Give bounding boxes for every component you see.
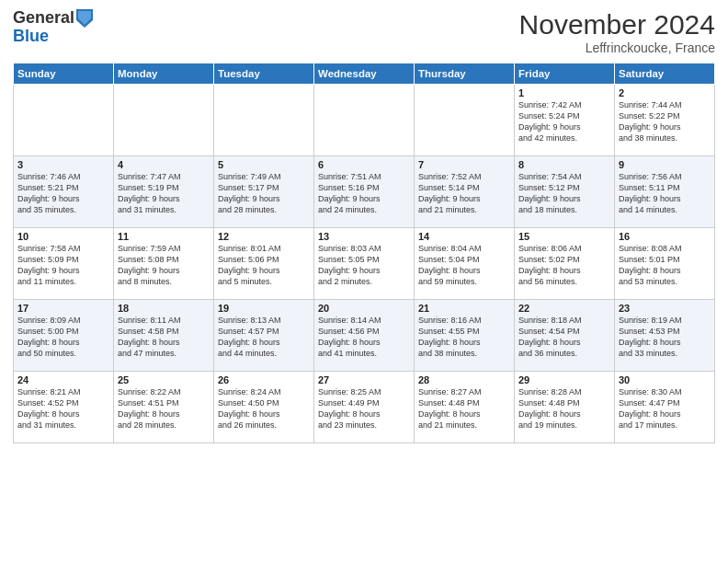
- logo-text: General Blue: [13, 9, 93, 46]
- day-cell: 18Sunrise: 8:11 AM Sunset: 4:58 PM Dayli…: [114, 300, 214, 372]
- day-number: 4: [118, 159, 210, 170]
- day-info: Sunrise: 8:13 AM Sunset: 4:57 PM Dayligh…: [218, 315, 310, 360]
- day-info: Sunrise: 8:28 AM Sunset: 4:48 PM Dayligh…: [518, 386, 610, 431]
- logo-blue: Blue: [13, 28, 93, 46]
- day-cell: 19Sunrise: 8:13 AM Sunset: 4:57 PM Dayli…: [214, 300, 314, 372]
- day-number: 23: [619, 303, 711, 314]
- day-number: 20: [318, 303, 410, 314]
- day-cell: 29Sunrise: 8:28 AM Sunset: 4:48 PM Dayli…: [515, 372, 615, 443]
- day-cell: 9Sunrise: 7:56 AM Sunset: 5:11 PM Daylig…: [615, 156, 715, 228]
- day-number: 28: [418, 374, 510, 385]
- day-number: 8: [518, 159, 610, 170]
- day-cell: 26Sunrise: 8:24 AM Sunset: 4:50 PM Dayli…: [214, 372, 314, 443]
- day-cell: [314, 85, 415, 156]
- day-cell: 14Sunrise: 8:04 AM Sunset: 5:04 PM Dayli…: [415, 228, 515, 300]
- day-cell: [415, 85, 515, 156]
- day-number: 10: [17, 231, 109, 242]
- day-cell: 28Sunrise: 8:27 AM Sunset: 4:48 PM Dayli…: [415, 372, 515, 443]
- day-cell: 27Sunrise: 8:25 AM Sunset: 4:49 PM Dayli…: [314, 372, 415, 443]
- day-cell: 1Sunrise: 7:42 AM Sunset: 5:24 PM Daylig…: [515, 85, 615, 156]
- day-number: 5: [218, 159, 310, 170]
- day-number: 12: [218, 231, 310, 242]
- day-number: 27: [318, 374, 410, 385]
- day-info: Sunrise: 7:46 AM Sunset: 5:21 PM Dayligh…: [17, 171, 109, 216]
- day-info: Sunrise: 7:42 AM Sunset: 5:24 PM Dayligh…: [518, 99, 610, 144]
- col-monday: Monday: [114, 63, 214, 85]
- logo-area: General Blue: [13, 9, 93, 46]
- day-number: 15: [518, 231, 610, 242]
- day-number: 1: [518, 87, 610, 98]
- day-info: Sunrise: 8:18 AM Sunset: 4:54 PM Dayligh…: [518, 315, 610, 360]
- day-cell: 8Sunrise: 7:54 AM Sunset: 5:12 PM Daylig…: [515, 156, 615, 228]
- day-cell: 7Sunrise: 7:52 AM Sunset: 5:14 PM Daylig…: [415, 156, 515, 228]
- day-info: Sunrise: 8:16 AM Sunset: 4:55 PM Dayligh…: [418, 315, 510, 360]
- col-tuesday: Tuesday: [214, 63, 314, 85]
- day-info: Sunrise: 8:08 AM Sunset: 5:01 PM Dayligh…: [619, 243, 711, 288]
- day-info: Sunrise: 8:03 AM Sunset: 5:05 PM Dayligh…: [318, 243, 410, 288]
- day-info: Sunrise: 8:06 AM Sunset: 5:02 PM Dayligh…: [518, 243, 610, 288]
- day-cell: [14, 85, 114, 156]
- day-number: 25: [118, 374, 210, 385]
- day-number: 6: [318, 159, 410, 170]
- day-info: Sunrise: 7:44 AM Sunset: 5:22 PM Dayligh…: [619, 99, 711, 144]
- day-info: Sunrise: 7:54 AM Sunset: 5:12 PM Dayligh…: [518, 171, 610, 216]
- day-cell: 16Sunrise: 8:08 AM Sunset: 5:01 PM Dayli…: [615, 228, 715, 300]
- day-cell: 4Sunrise: 7:47 AM Sunset: 5:19 PM Daylig…: [114, 156, 214, 228]
- week-row-0: 1Sunrise: 7:42 AM Sunset: 5:24 PM Daylig…: [14, 85, 715, 156]
- day-info: Sunrise: 7:56 AM Sunset: 5:11 PM Dayligh…: [619, 171, 711, 216]
- col-sunday: Sunday: [14, 63, 114, 85]
- day-info: Sunrise: 7:52 AM Sunset: 5:14 PM Dayligh…: [418, 171, 510, 216]
- day-cell: 11Sunrise: 7:59 AM Sunset: 5:08 PM Dayli…: [114, 228, 214, 300]
- day-cell: [214, 85, 314, 156]
- col-friday: Friday: [515, 63, 615, 85]
- day-info: Sunrise: 8:09 AM Sunset: 5:00 PM Dayligh…: [17, 315, 109, 360]
- day-info: Sunrise: 8:24 AM Sunset: 4:50 PM Dayligh…: [218, 386, 310, 431]
- day-number: 22: [518, 303, 610, 314]
- day-number: 9: [619, 159, 711, 170]
- day-cell: 24Sunrise: 8:21 AM Sunset: 4:52 PM Dayli…: [14, 372, 114, 443]
- day-cell: 21Sunrise: 8:16 AM Sunset: 4:55 PM Dayli…: [415, 300, 515, 372]
- day-number: 3: [17, 159, 109, 170]
- day-info: Sunrise: 7:49 AM Sunset: 5:17 PM Dayligh…: [218, 171, 310, 216]
- day-number: 17: [17, 303, 109, 314]
- day-info: Sunrise: 8:01 AM Sunset: 5:06 PM Dayligh…: [218, 243, 310, 288]
- day-cell: 22Sunrise: 8:18 AM Sunset: 4:54 PM Dayli…: [515, 300, 615, 372]
- day-cell: 15Sunrise: 8:06 AM Sunset: 5:02 PM Dayli…: [515, 228, 615, 300]
- day-info: Sunrise: 8:14 AM Sunset: 4:56 PM Dayligh…: [318, 315, 410, 360]
- col-thursday: Thursday: [415, 63, 515, 85]
- logo-icon: [76, 7, 93, 28]
- day-info: Sunrise: 8:30 AM Sunset: 4:47 PM Dayligh…: [619, 386, 711, 431]
- logo-general: General: [13, 9, 74, 28]
- day-info: Sunrise: 8:22 AM Sunset: 4:51 PM Dayligh…: [118, 386, 210, 431]
- col-saturday: Saturday: [615, 63, 715, 85]
- header-row: Sunday Monday Tuesday Wednesday Thursday…: [14, 63, 715, 85]
- page: General Blue November 2024 Leffrinckouck…: [0, 0, 728, 563]
- day-number: 24: [17, 374, 109, 385]
- day-info: Sunrise: 7:59 AM Sunset: 5:08 PM Dayligh…: [118, 243, 210, 288]
- day-number: 30: [619, 374, 711, 385]
- day-number: 29: [518, 374, 610, 385]
- location: Leffrinckoucke, France: [519, 40, 715, 55]
- day-cell: 10Sunrise: 7:58 AM Sunset: 5:09 PM Dayli…: [14, 228, 114, 300]
- day-cell: 23Sunrise: 8:19 AM Sunset: 4:53 PM Dayli…: [615, 300, 715, 372]
- day-info: Sunrise: 8:25 AM Sunset: 4:49 PM Dayligh…: [318, 386, 410, 431]
- day-number: 19: [218, 303, 310, 314]
- day-cell: 5Sunrise: 7:49 AM Sunset: 5:17 PM Daylig…: [214, 156, 314, 228]
- day-info: Sunrise: 8:21 AM Sunset: 4:52 PM Dayligh…: [17, 386, 109, 431]
- day-cell: 25Sunrise: 8:22 AM Sunset: 4:51 PM Dayli…: [114, 372, 214, 443]
- day-number: 11: [118, 231, 210, 242]
- day-number: 21: [418, 303, 510, 314]
- day-info: Sunrise: 7:51 AM Sunset: 5:16 PM Dayligh…: [318, 171, 410, 216]
- calendar: Sunday Monday Tuesday Wednesday Thursday…: [13, 63, 715, 443]
- day-cell: 30Sunrise: 8:30 AM Sunset: 4:47 PM Dayli…: [615, 372, 715, 443]
- month-title: November 2024: [519, 9, 715, 40]
- week-row-4: 24Sunrise: 8:21 AM Sunset: 4:52 PM Dayli…: [14, 372, 715, 443]
- day-cell: 3Sunrise: 7:46 AM Sunset: 5:21 PM Daylig…: [14, 156, 114, 228]
- day-info: Sunrise: 8:04 AM Sunset: 5:04 PM Dayligh…: [418, 243, 510, 288]
- day-info: Sunrise: 7:58 AM Sunset: 5:09 PM Dayligh…: [17, 243, 109, 288]
- day-cell: 2Sunrise: 7:44 AM Sunset: 5:22 PM Daylig…: [615, 85, 715, 156]
- week-row-3: 17Sunrise: 8:09 AM Sunset: 5:00 PM Dayli…: [14, 300, 715, 372]
- day-number: 2: [619, 87, 711, 98]
- day-cell: 20Sunrise: 8:14 AM Sunset: 4:56 PM Dayli…: [314, 300, 415, 372]
- day-cell: 17Sunrise: 8:09 AM Sunset: 5:00 PM Dayli…: [14, 300, 114, 372]
